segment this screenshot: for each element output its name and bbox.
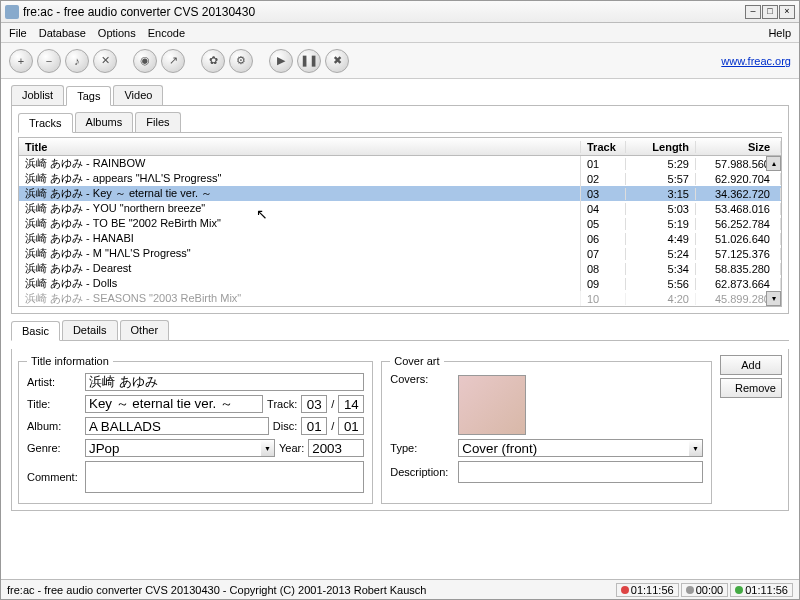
title-info-fieldset: Title information Artist: Title: Track: … <box>18 355 373 504</box>
status-time1: 01:11:56 <box>616 583 679 597</box>
subtab-files[interactable]: Files <box>135 112 180 132</box>
status-time3: 01:11:56 <box>730 583 793 597</box>
track-total-field[interactable] <box>338 395 364 413</box>
menu-encode[interactable]: Encode <box>148 27 185 39</box>
window-title: fre:ac - free audio converter CVS 201304… <box>23 5 745 19</box>
clear-icon[interactable]: ✕ <box>93 49 117 73</box>
tab-joblist[interactable]: Joblist <box>11 85 64 105</box>
year-label: Year: <box>279 442 304 454</box>
toolbar: + − ♪ ✕ ◉ ↗ ✿ ⚙ ▶ ❚❚ ✖ www.freac.org <box>1 43 799 79</box>
add-button[interactable]: Add <box>720 355 782 375</box>
cover-art-fieldset: Cover art Covers: Type: ▼ Description: <box>381 355 712 504</box>
covers-label: Covers: <box>390 373 454 385</box>
subtab-tracks[interactable]: Tracks <box>18 113 73 133</box>
submit-icon[interactable]: ↗ <box>161 49 185 73</box>
table-row[interactable]: 浜崎 あゆみ - Key ～ eternal tie ver. ～033:153… <box>19 186 781 201</box>
type-combo[interactable]: ▼ <box>458 439 703 457</box>
year-field[interactable] <box>308 439 364 457</box>
menu-options[interactable]: Options <box>98 27 136 39</box>
tab-video[interactable]: Video <box>113 85 163 105</box>
stop-icon[interactable]: ✖ <box>325 49 349 73</box>
basic-panel: Title information Artist: Title: Track: … <box>11 349 789 511</box>
titlebar: fre:ac - free audio converter CVS 201304… <box>1 1 799 23</box>
tab-basic[interactable]: Basic <box>11 321 60 341</box>
title-info-legend: Title information <box>27 355 113 367</box>
artist-field[interactable] <box>85 373 364 391</box>
cover-art-legend: Cover art <box>390 355 443 367</box>
table-row[interactable]: 浜崎 あゆみ - RAINBOW015:2957.988.560 <box>19 156 781 171</box>
scroll-down-icon[interactable]: ▾ <box>766 291 781 306</box>
gear-icon[interactable]: ⚙ <box>229 49 253 73</box>
table-row[interactable]: 浜崎 あゆみ - appears "HΛL'S Progress"025:576… <box>19 171 781 186</box>
tab-tags[interactable]: Tags <box>66 86 111 106</box>
menu-file[interactable]: File <box>9 27 27 39</box>
app-icon <box>5 5 19 19</box>
table-row[interactable]: 浜崎 あゆみ - HANABI064:4951.026.640 <box>19 231 781 246</box>
type-field[interactable] <box>458 439 689 457</box>
menu-help[interactable]: Help <box>768 27 791 39</box>
scroll-up-icon[interactable]: ▴ <box>766 156 781 171</box>
title-field[interactable] <box>85 395 263 413</box>
tracks-table: Title Track Length Size 浜崎 あゆみ - RAINBOW… <box>18 137 782 307</box>
status-text: fre:ac - free audio converter CVS 201304… <box>7 584 426 596</box>
settings-icon[interactable]: ✿ <box>201 49 225 73</box>
remove-button[interactable]: Remove <box>720 378 782 398</box>
status-time2: 00:00 <box>681 583 729 597</box>
table-body: 浜崎 あゆみ - RAINBOW015:2957.988.560 浜崎 あゆみ … <box>19 156 781 306</box>
menu-database[interactable]: Database <box>39 27 86 39</box>
chevron-down-icon[interactable]: ▼ <box>261 439 275 457</box>
cover-buttons: Add Remove <box>720 355 782 504</box>
col-track[interactable]: Track <box>581 141 626 153</box>
statusbar: fre:ac - free audio converter CVS 201304… <box>1 579 799 599</box>
add-file-icon[interactable]: + <box>9 49 33 73</box>
description-label: Description: <box>390 466 454 478</box>
track-field[interactable] <box>301 395 327 413</box>
homepage-link[interactable]: www.freac.org <box>721 55 791 67</box>
genre-label: Genre: <box>27 442 81 454</box>
cd-icon[interactable]: ♪ <box>65 49 89 73</box>
table-row[interactable]: 浜崎 あゆみ - YOU "northern breeze"045:0353.4… <box>19 201 781 216</box>
close-button[interactable]: × <box>779 5 795 19</box>
tab-other[interactable]: Other <box>120 320 170 340</box>
type-label: Type: <box>390 442 454 454</box>
track-label: Track: <box>267 398 297 410</box>
disc-total-field[interactable] <box>338 417 364 435</box>
table-row[interactable]: 浜崎 あゆみ - SEASONS "2003 ReBirth Mix"104:2… <box>19 291 781 306</box>
tags-panel: Tracks Albums Files Title Track Length S… <box>11 106 789 314</box>
disc-field[interactable] <box>301 417 327 435</box>
maximize-button[interactable]: □ <box>762 5 778 19</box>
title-label: Title: <box>27 398 81 410</box>
comment-field[interactable] <box>85 461 364 493</box>
comment-label: Comment: <box>27 471 81 483</box>
minimize-button[interactable]: – <box>745 5 761 19</box>
pause-icon[interactable]: ❚❚ <box>297 49 321 73</box>
menubar: File Database Options Encode Help <box>1 23 799 43</box>
album-field[interactable] <box>85 417 269 435</box>
remove-file-icon[interactable]: − <box>37 49 61 73</box>
cover-image[interactable] <box>458 375 526 435</box>
artist-label: Artist: <box>27 376 81 388</box>
subtab-albums[interactable]: Albums <box>75 112 134 132</box>
disc-label: Disc: <box>273 420 297 432</box>
database-icon[interactable]: ◉ <box>133 49 157 73</box>
table-header: Title Track Length Size <box>19 138 781 156</box>
table-row[interactable]: 浜崎 あゆみ - M "HΛL'S Progress"075:2457.125.… <box>19 246 781 261</box>
table-row[interactable]: 浜崎 あゆみ - Dolls095:5662.873.664 <box>19 276 781 291</box>
play-icon[interactable]: ▶ <box>269 49 293 73</box>
description-field[interactable] <box>458 461 703 483</box>
col-length[interactable]: Length <box>626 141 696 153</box>
chevron-down-icon[interactable]: ▼ <box>689 439 703 457</box>
genre-combo[interactable]: ▼ <box>85 439 275 457</box>
album-label: Album: <box>27 420 81 432</box>
table-row[interactable]: 浜崎 あゆみ - TO BE "2002 ReBirth Mix"055:195… <box>19 216 781 231</box>
col-size[interactable]: Size <box>696 141 781 153</box>
detail-tabs: Basic Details Other <box>11 320 789 341</box>
main-tabs: Joblist Tags Video <box>11 85 789 106</box>
table-row[interactable]: 浜崎 あゆみ - Dearest085:3458.835.280 <box>19 261 781 276</box>
col-title[interactable]: Title <box>19 141 581 153</box>
tab-details[interactable]: Details <box>62 320 118 340</box>
genre-field[interactable] <box>85 439 261 457</box>
